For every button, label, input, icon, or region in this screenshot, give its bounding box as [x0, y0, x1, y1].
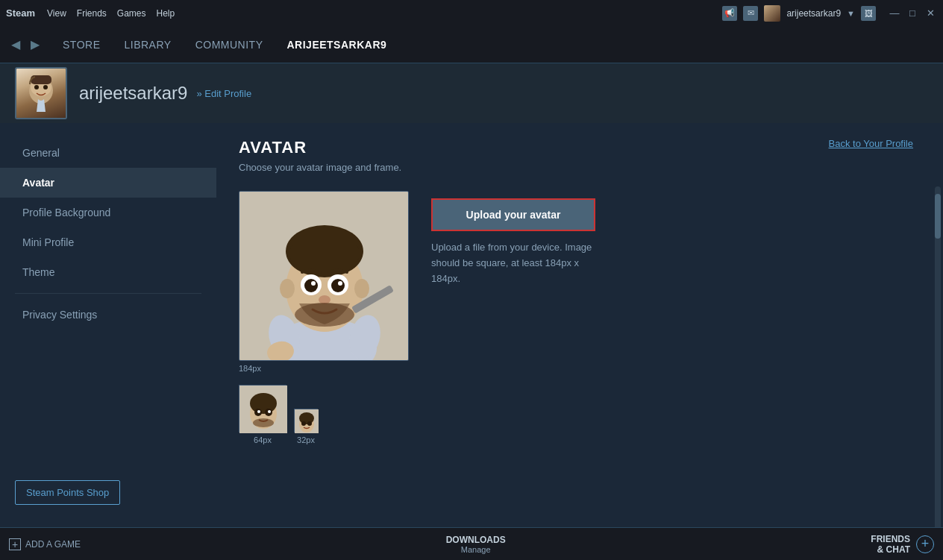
menu-view[interactable]: View — [47, 8, 66, 19]
upload-description: Upload a file from your device. Image sh… — [431, 240, 595, 286]
scrollbar-thumb[interactable] — [935, 194, 941, 239]
title-bar-menu: View Friends Games Help — [47, 8, 175, 19]
upload-avatar-button[interactable]: Upload your avatar — [431, 198, 595, 231]
avatar-preview-64-img — [239, 385, 286, 432]
avatar-section: 184px — [239, 191, 921, 444]
sidebar-bottom: Steam Points Shop — [0, 465, 216, 512]
title-bar: Steam View Friends Games Help 📢 ✉ arijee… — [0, 0, 943, 26]
svg-point-35 — [299, 412, 314, 424]
avatar-32-label: 32px — [297, 435, 315, 444]
back-arrow[interactable]: ◀ — [7, 37, 24, 53]
mail-icon[interactable]: ✉ — [743, 6, 758, 21]
downloads-label: DOWNLOADS — [446, 535, 506, 545]
avatar-size-184: 184px — [239, 364, 261, 373]
menu-games[interactable]: Games — [117, 8, 146, 19]
bottom-bar: + ADD A GAME DOWNLOADS Manage FRIENDS & … — [0, 527, 943, 560]
bottom-left: + ADD A GAME — [9, 538, 81, 550]
avatar-small-previews: 64px 32p — [239, 385, 318, 444]
svg-point-27 — [250, 393, 277, 414]
profile-header: arijeetsarkar9 » Edit Profile — [0, 63, 943, 123]
nav-library[interactable]: LIBRARY — [113, 26, 181, 63]
svg-point-11 — [280, 279, 295, 298]
title-bar-right: 📢 ✉ arijeetsarkar9 ▼ 🖼 — □ ✕ — [722, 5, 937, 22]
nav-arrows: ◀ ▶ — [7, 37, 43, 53]
sidebar-item-mini-profile[interactable]: Mini Profile — [0, 227, 216, 257]
minimize-button[interactable]: — — [888, 7, 901, 20]
add-game-label: ADD A GAME — [25, 539, 81, 550]
back-to-profile-link[interactable]: Back to Your Profile — [829, 138, 913, 149]
avatar-preview-64: 64px — [239, 385, 286, 444]
friends-label: FRIENDS — [871, 534, 910, 544]
friends-chat-label: FRIENDS & CHAT — [871, 534, 910, 555]
content-area: General Avatar Profile Background Mini P… — [0, 123, 943, 527]
nav-profile[interactable]: ARIJEETSARKAR9 — [276, 26, 397, 63]
profile-avatar-large — [15, 67, 67, 119]
menu-help[interactable]: Help — [157, 8, 175, 19]
nav-store[interactable]: STORE — [52, 26, 110, 63]
maximize-button[interactable]: □ — [906, 7, 919, 20]
chat-label: & CHAT — [871, 544, 910, 555]
avatar-preview-32: 32px — [294, 409, 318, 444]
scrollbar-track — [935, 186, 941, 560]
close-button[interactable]: ✕ — [924, 7, 937, 20]
nav-links: STORE LIBRARY COMMUNITY ARIJEETSARKAR9 — [52, 26, 397, 63]
nav-community[interactable]: COMMUNITY — [185, 26, 274, 63]
svg-point-37 — [307, 421, 312, 426]
forward-arrow[interactable]: ▶ — [27, 37, 43, 53]
steam-points-shop-button[interactable]: Steam Points Shop — [15, 480, 120, 505]
upload-section: Upload your avatar Upload a file from yo… — [431, 191, 921, 286]
sidebar: General Avatar Profile Background Mini P… — [0, 123, 216, 527]
svg-rect-10 — [290, 245, 359, 262]
avatar-main-preview — [239, 191, 409, 361]
sidebar-item-general[interactable]: General — [0, 138, 216, 168]
notification-icon[interactable]: 📢 — [722, 6, 737, 21]
title-bar-left: Steam View Friends Games Help — [6, 7, 175, 19]
friends-chat-section[interactable]: FRIENDS & CHAT + — [871, 534, 934, 555]
sidebar-item-avatar[interactable]: Avatar — [0, 168, 216, 198]
svg-point-12 — [354, 279, 369, 298]
manage-label: Manage — [446, 545, 506, 554]
avatar-64-label: 64px — [254, 435, 272, 444]
avatar-previews: 184px — [239, 191, 409, 444]
nav-bar: ◀ ▶ STORE LIBRARY COMMUNITY ARIJEETSARKA… — [0, 26, 943, 63]
sidebar-nav: General Avatar Profile Background Mini P… — [0, 138, 216, 465]
window-controls: — □ ✕ — [888, 7, 937, 20]
titlebar-avatar — [764, 5, 780, 22]
svg-point-18 — [338, 281, 342, 286]
svg-point-17 — [311, 281, 316, 286]
svg-point-3 — [43, 85, 48, 89]
profile-name-section: arijeetsarkar9 » Edit Profile — [79, 83, 251, 104]
sidebar-item-privacy-settings[interactable]: Privacy Settings — [0, 300, 216, 330]
svg-point-36 — [301, 421, 306, 426]
profile-username: arijeetsarkar9 — [79, 83, 187, 104]
add-icon: + — [9, 538, 21, 550]
sidebar-item-profile-background[interactable]: Profile Background — [0, 198, 216, 227]
section-title: AVATAR — [239, 138, 921, 157]
section-desc: Choose your avatar image and frame. — [239, 162, 921, 173]
steam-logo[interactable]: Steam — [6, 7, 35, 19]
titlebar-username[interactable]: arijeetsarkar9 — [786, 8, 841, 19]
downloads-section[interactable]: DOWNLOADS Manage — [446, 535, 506, 554]
sidebar-divider — [15, 293, 201, 294]
svg-point-30 — [257, 410, 260, 413]
avatar-preview-32-img — [294, 409, 318, 432]
svg-point-31 — [268, 410, 271, 413]
screenshot-icon[interactable]: 🖼 — [861, 6, 876, 21]
add-game-button[interactable]: + ADD A GAME — [9, 538, 81, 550]
avatar-cartoon — [239, 192, 408, 360]
edit-profile-link[interactable]: » Edit Profile — [196, 88, 251, 99]
svg-point-2 — [34, 85, 39, 89]
svg-point-16 — [331, 279, 345, 292]
friends-chat-icon[interactable]: + — [916, 535, 934, 553]
scrollbar[interactable] — [933, 186, 943, 560]
sidebar-item-theme[interactable]: Theme — [0, 257, 216, 287]
menu-friends[interactable]: Friends — [77, 8, 107, 19]
titlebar-dropdown-icon[interactable]: ▼ — [847, 9, 855, 18]
svg-point-15 — [304, 279, 318, 292]
svg-point-32 — [253, 418, 274, 427]
main-content: Back to Your Profile AVATAR Choose your … — [216, 123, 943, 527]
